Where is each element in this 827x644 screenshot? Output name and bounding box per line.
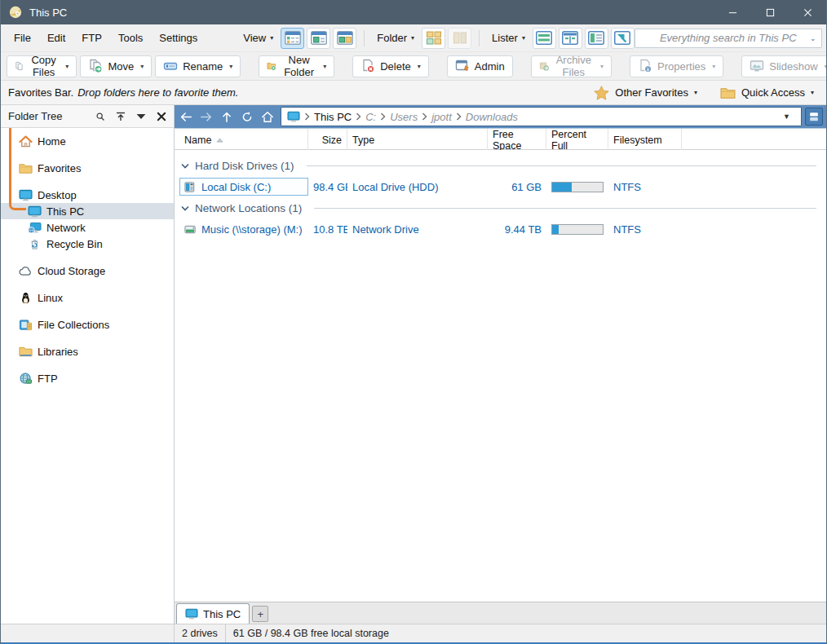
search-box[interactable]: ⌄ (635, 29, 823, 48)
breadcrumb-segment-jpott[interactable]: jpott (431, 111, 452, 123)
file-row-local-disk-c[interactable]: Local Disk (C:) 98.4 GB Local Drive (HDD… (175, 176, 826, 197)
breadcrumb-chevron-icon (356, 112, 361, 121)
group-header-hard-disk-drives-1[interactable]: Hard Disk Drives (1) (175, 155, 826, 176)
dual-display-icon (808, 111, 820, 122)
minimize-button[interactable] (714, 0, 751, 24)
status-drive-count: 2 drives (175, 624, 226, 642)
column-percent-full[interactable]: Percent Full (546, 129, 608, 152)
favorites-bar-buttons: Other Favorites▾Quick Access▾ (589, 85, 819, 101)
lister-dual-button[interactable] (559, 28, 582, 49)
tree-item-desktop[interactable]: Desktop (1, 187, 174, 203)
lister-single-button[interactable] (533, 28, 556, 49)
up-button[interactable] (217, 107, 237, 126)
app-logo-icon (9, 6, 22, 19)
tree-item-file-collections[interactable]: File Collections (1, 316, 174, 333)
favorites-bar[interactable]: Favorites Bar. Drop folders here to favo… (1, 81, 826, 105)
rename-button[interactable]: Rename▾ (155, 55, 241, 77)
column-free-space[interactable]: Free Space (488, 129, 546, 152)
quick-access-button[interactable]: Quick Access▾ (715, 85, 819, 101)
lister-tree-button[interactable] (585, 28, 608, 49)
breadcrumb[interactable]: This PCC:UsersjpottDownloads▼ (281, 107, 802, 126)
app-window: This PC FileEditFTPToolsSettings View▾ F… (0, 0, 827, 644)
file-type: Network Drive (347, 223, 488, 236)
tree-item-libraries[interactable]: Libraries (1, 343, 174, 359)
folder-icon (720, 86, 736, 100)
tree-menu-button[interactable] (136, 112, 146, 121)
folder-flat-button[interactable] (448, 28, 471, 49)
chevron-down-icon: ▾ (811, 90, 814, 96)
view-list-button[interactable] (307, 28, 330, 49)
folder-tabs-button[interactable] (422, 28, 445, 49)
menu-settings[interactable]: Settings (151, 29, 206, 47)
breadcrumb-chevron-icon (456, 112, 462, 121)
slideshow-button[interactable]: Slideshow▾ (741, 55, 827, 77)
tree-item-label: FTP (38, 373, 58, 385)
delete-button[interactable]: Delete▾ (352, 55, 429, 77)
other-favorites-button[interactable]: Other Favorites▾ (589, 85, 702, 101)
lister-style-button[interactable] (611, 28, 635, 49)
view-menu-button[interactable]: View▾ (238, 29, 278, 46)
file-name-cell[interactable]: Music (\\storage) (M:) (179, 220, 308, 238)
menu-tools[interactable]: Tools (110, 29, 151, 47)
tree-item-this-pc[interactable]: This PC (1, 203, 174, 219)
new-tab-button[interactable]: + (252, 606, 268, 622)
column-name[interactable]: Name (179, 129, 308, 152)
file-collections-icon (19, 319, 33, 331)
view-details-button[interactable] (281, 28, 304, 49)
properties-button[interactable]: Properties▾ (630, 55, 723, 77)
folder-tabs-icon (426, 31, 442, 45)
dual-display-button[interactable] (805, 108, 823, 126)
tree-item-home[interactable]: Home (1, 133, 174, 149)
network-icon (28, 222, 42, 234)
maximize-button[interactable] (751, 0, 789, 24)
favorites-folder-icon (19, 162, 33, 174)
breadcrumb-segment-c[interactable]: C: (365, 111, 376, 123)
menu-ftp[interactable]: FTP (73, 29, 110, 47)
close-button[interactable] (789, 0, 826, 24)
linux-icon (19, 292, 33, 304)
group-header-network-locations-1[interactable]: Network Locations (1) (175, 197, 826, 218)
menu-file[interactable]: File (6, 29, 39, 47)
search-dropdown-icon[interactable]: ⌄ (810, 34, 816, 42)
tree-item-network[interactable]: Network (1, 219, 174, 236)
close-tree-button[interactable] (157, 112, 166, 121)
folder-group: Folder▾ (372, 28, 471, 49)
file-row-music-storage-m[interactable]: Music (\\storage) (M:) 10.8 TB Network D… (175, 218, 826, 240)
location-bar: This PCC:UsersjpottDownloads▼ (175, 105, 826, 128)
breadcrumb-segment-this-pc[interactable]: This PC (314, 111, 352, 123)
lister-menu-button[interactable]: Lister▾ (487, 29, 530, 46)
breadcrumb-dropdown-icon[interactable]: ▼ (778, 112, 795, 121)
collapse-all-button[interactable] (116, 112, 126, 121)
file-name-cell[interactable]: Local Disk (C:) (179, 178, 308, 196)
move-button[interactable]: Move▾ (80, 55, 152, 77)
search-input[interactable] (658, 31, 805, 45)
percent-full-bar (551, 224, 604, 235)
copy-files-button[interactable]: Copy Files▾ (7, 55, 77, 77)
tree-item-linux[interactable]: Linux (1, 289, 174, 306)
column-size[interactable]: Size (308, 129, 347, 152)
archive-files-button[interactable]: Archive Files▾ (531, 55, 612, 77)
tree-item-label: This PC (46, 205, 84, 218)
breadcrumb-segment-downloads[interactable]: Downloads (466, 111, 518, 123)
view-thumbnails-button[interactable] (333, 28, 356, 49)
folder-tree-tools (95, 112, 166, 121)
menu-edit[interactable]: Edit (39, 29, 73, 47)
tree-item-ftp[interactable]: FTP (1, 370, 174, 386)
forward-button[interactable] (197, 107, 216, 126)
tree-item-favorites[interactable]: Favorites (1, 160, 174, 176)
column-filesystem[interactable]: Filesystem (608, 129, 682, 152)
tab-this-pc[interactable]: This PC (176, 603, 250, 624)
back-button[interactable] (176, 107, 196, 126)
tree-item-cloud-storage[interactable]: Cloud Storage (1, 262, 174, 279)
tree-search-button[interactable] (95, 112, 105, 121)
home-button[interactable] (258, 107, 277, 126)
group-divider (314, 208, 816, 209)
tree-item-label: Cloud Storage (38, 265, 105, 277)
new-folder-button[interactable]: New Folder▾ (259, 55, 334, 77)
breadcrumb-segment-users[interactable]: Users (390, 111, 418, 123)
refresh-button[interactable] (237, 107, 257, 126)
column-type[interactable]: Type (347, 129, 488, 152)
admin-button[interactable]: Admin (447, 55, 513, 77)
tree-item-recycle-bin[interactable]: Recycle Bin (1, 236, 174, 252)
folder-menu-button[interactable]: Folder▾ (372, 29, 419, 46)
